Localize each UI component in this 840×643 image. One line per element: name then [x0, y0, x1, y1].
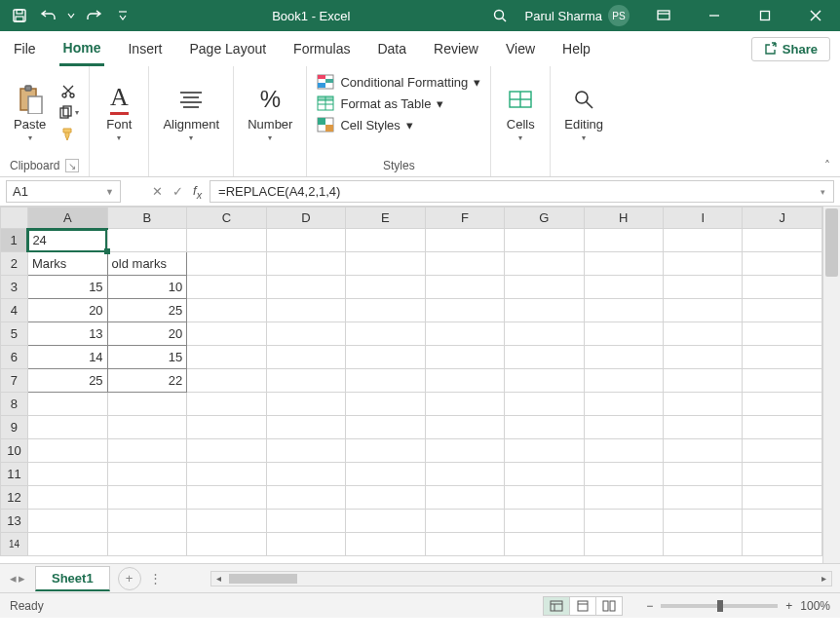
cell[interactable]	[664, 229, 743, 252]
zoom-level[interactable]: 100%	[800, 599, 830, 613]
number-button[interactable]: % Number ▾	[244, 82, 296, 144]
account-button[interactable]: Parul Sharma PS	[519, 5, 635, 26]
cell[interactable]	[425, 322, 504, 346]
cell[interactable]	[346, 322, 425, 346]
new-sheet-icon[interactable]: +	[118, 567, 141, 590]
cell[interactable]	[346, 416, 425, 439]
cell[interactable]	[505, 439, 584, 463]
cell[interactable]: 15	[27, 276, 107, 299]
cell[interactable]	[505, 533, 584, 556]
cell[interactable]	[664, 393, 743, 416]
insert-function-icon[interactable]: fx	[193, 183, 202, 201]
cell[interactable]	[505, 299, 584, 322]
col-header[interactable]: J	[743, 208, 822, 229]
cell[interactable]	[425, 510, 504, 533]
cell[interactable]: 10	[107, 276, 187, 299]
collapse-ribbon-icon[interactable]: ˄	[824, 159, 830, 172]
close-icon[interactable]	[793, 0, 838, 31]
tab-scroll-handle-icon[interactable]: ⋮	[141, 571, 172, 586]
cell[interactable]	[505, 369, 584, 393]
save-icon[interactable]	[6, 2, 33, 29]
cell[interactable]	[664, 416, 743, 439]
ribbon-display-options-icon[interactable]	[641, 0, 686, 31]
cell[interactable]	[107, 486, 187, 510]
undo-icon[interactable]	[35, 2, 62, 29]
cell[interactable]	[664, 346, 743, 369]
cell[interactable]	[107, 463, 187, 486]
row-header[interactable]: 11	[1, 463, 28, 486]
cell[interactable]	[187, 346, 266, 369]
cell[interactable]: 20	[27, 299, 107, 322]
zoom-in-icon[interactable]: +	[785, 599, 792, 613]
cell[interactable]: 25	[107, 299, 187, 322]
search-icon[interactable]	[486, 2, 514, 29]
conditional-formatting-button[interactable]: Conditional Formatting ▾	[317, 74, 480, 90]
row-header[interactable]: 13	[1, 510, 28, 533]
cells-table[interactable]: A B C D E F G H I J 1 24 2 Marks	[0, 207, 822, 556]
cell[interactable]	[346, 229, 425, 252]
cell[interactable]	[187, 533, 266, 556]
cell[interactable]	[266, 346, 345, 369]
row-header[interactable]: 10	[1, 439, 28, 463]
cell[interactable]	[107, 439, 187, 463]
cell[interactable]	[266, 369, 345, 393]
cell[interactable]	[266, 439, 345, 463]
col-header[interactable]: I	[664, 208, 743, 229]
cell[interactable]	[743, 510, 822, 533]
cell[interactable]	[27, 463, 107, 486]
formula-input[interactable]: =REPLACE(A4,2,1,4) ▾	[210, 180, 834, 203]
cell[interactable]	[743, 369, 822, 393]
enter-formula-icon[interactable]: ✓	[172, 184, 183, 199]
cell[interactable]	[266, 299, 345, 322]
format-painter-icon[interactable]	[57, 126, 79, 143]
cell[interactable]	[743, 346, 822, 369]
cell[interactable]	[664, 369, 743, 393]
cell[interactable]	[584, 463, 663, 486]
cell[interactable]	[187, 322, 266, 346]
share-button[interactable]: Share	[751, 37, 830, 61]
cell[interactable]	[505, 393, 584, 416]
cell[interactable]: 13	[27, 322, 107, 346]
col-header[interactable]: C	[187, 208, 266, 229]
cell[interactable]	[584, 252, 663, 276]
copy-icon[interactable]: ▾	[57, 104, 79, 122]
row-header[interactable]: 5	[1, 322, 28, 346]
cell[interactable]	[664, 252, 743, 276]
cell[interactable]	[27, 393, 107, 416]
tab-review[interactable]: Review	[430, 31, 482, 66]
cell[interactable]	[425, 486, 504, 510]
tab-insert[interactable]: Insert	[124, 31, 166, 66]
col-header[interactable]: G	[505, 208, 584, 229]
tab-home[interactable]: Home	[59, 31, 105, 66]
cell[interactable]	[743, 299, 822, 322]
col-header[interactable]: F	[425, 208, 504, 229]
cell[interactable]	[664, 486, 743, 510]
col-header[interactable]: H	[584, 208, 663, 229]
redo-icon[interactable]	[80, 2, 107, 29]
cell[interactable]	[584, 510, 663, 533]
cell[interactable]	[743, 463, 822, 486]
cell[interactable]	[743, 533, 822, 556]
select-all-cell[interactable]	[1, 208, 28, 229]
zoom-out-icon[interactable]: −	[646, 599, 653, 613]
cancel-formula-icon[interactable]: ✕	[152, 184, 163, 199]
cell[interactable]	[187, 369, 266, 393]
cell-styles-button[interactable]: Cell Styles ▾	[317, 117, 412, 132]
row-header[interactable]: 6	[1, 346, 28, 369]
cell[interactable]	[27, 510, 107, 533]
tab-page-layout[interactable]: Page Layout	[185, 31, 270, 66]
cell[interactable]: 24	[27, 229, 107, 252]
cell[interactable]	[425, 393, 504, 416]
cell[interactable]	[107, 510, 187, 533]
cell[interactable]	[187, 393, 266, 416]
cell[interactable]	[266, 486, 345, 510]
cell[interactable]	[584, 229, 663, 252]
cell[interactable]	[664, 322, 743, 346]
col-header[interactable]: E	[346, 208, 425, 229]
cell[interactable]	[664, 439, 743, 463]
cell[interactable]	[266, 393, 345, 416]
cell[interactable]	[187, 252, 266, 276]
horizontal-scrollbar[interactable]: ◂ ▸	[210, 571, 832, 586]
cell[interactable]	[425, 346, 504, 369]
cell[interactable]	[187, 463, 266, 486]
